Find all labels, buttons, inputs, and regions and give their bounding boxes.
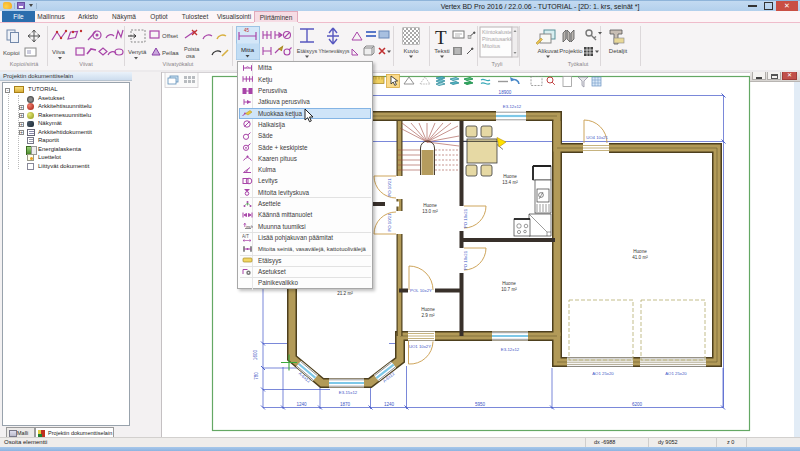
svg-text:Projektio: Projektio [559, 48, 583, 54]
svg-text:Etäisyys: Etäisyys [297, 48, 318, 54]
svg-text:PO 10x21: PO 10x21 [463, 208, 468, 228]
svg-text:Alikuvat: Alikuvat [537, 48, 558, 54]
svg-text:E3-15x12: E3-15x12 [339, 390, 358, 395]
svg-text:E3-12x12: E3-12x12 [503, 104, 522, 109]
svg-text:inch: inch [246, 224, 253, 229]
svg-text:Viivat: Viivat [79, 61, 93, 67]
svg-text:Kopioi: Kopioi [3, 50, 20, 56]
svg-text:21.2 m²: 21.2 m² [337, 291, 353, 296]
svg-text:Työkalut: Työkalut [568, 61, 589, 67]
svg-text:45: 45 [244, 28, 250, 33]
svg-text:780: 780 [254, 372, 259, 380]
svg-text:T: T [435, 27, 447, 48]
svg-text:Kuvio: Kuvio [403, 48, 419, 54]
svg-text:Huone: Huone [423, 203, 437, 208]
svg-text:AO1 25x20: AO1 25x20 [592, 371, 614, 376]
svg-text:UO1 10x2Y: UO1 10x2Y [409, 344, 431, 349]
svg-text:Teksti: Teksti [434, 48, 449, 54]
svg-text:Kopioi/siirtä: Kopioi/siirtä [10, 61, 39, 67]
svg-text:41.0 m²: 41.0 m² [632, 255, 648, 260]
svg-text:Peilaa: Peilaa [162, 50, 179, 56]
svg-text:10.7 m²: 10.7 m² [501, 287, 517, 292]
svg-text:1600: 1600 [253, 349, 258, 360]
svg-text:Mitoitus: Mitoitus [482, 43, 501, 49]
svg-text:Poista: Poista [184, 46, 200, 52]
svg-text:UO4 10x21: UO4 10x21 [586, 135, 608, 140]
svg-text:5950: 5950 [475, 402, 486, 407]
svg-text:Viivatyökalut: Viivatyökalut [163, 61, 194, 67]
svg-text:PO 10x21: PO 10x21 [463, 250, 468, 270]
svg-text:Yhteneväisyys: Yhteneväisyys [319, 49, 351, 54]
svg-text:Piirustusarkki: Piirustusarkki [482, 36, 514, 42]
svg-text:Mitta: Mitta [241, 47, 255, 53]
svg-text:Huone: Huone [503, 174, 517, 179]
svg-text:13.4 m²: 13.4 m² [502, 180, 518, 185]
svg-text:Venytä: Venytä [128, 49, 147, 55]
svg-text:POL 10x2Y: POL 10x2Y [410, 288, 432, 293]
svg-text:osa: osa [186, 53, 196, 59]
svg-text:Offset: Offset [162, 33, 178, 39]
svg-text:E3-12x12: E3-12x12 [501, 347, 520, 352]
svg-text:13.0 m²: 13.0 m² [422, 209, 438, 214]
svg-text:Huone: Huone [633, 249, 647, 254]
svg-text:1870: 1870 [340, 402, 351, 407]
svg-text:18900: 18900 [499, 90, 512, 95]
svg-text:AO1 25x20: AO1 25x20 [665, 371, 687, 376]
svg-text:PO 10/21: PO 10/21 [387, 213, 392, 232]
svg-text:Huone: Huone [421, 307, 435, 312]
svg-text:1240: 1240 [384, 402, 395, 407]
svg-text:2.9 m²: 2.9 m² [421, 313, 434, 318]
svg-text:A/T: A/T [242, 234, 249, 239]
svg-text:Huone: Huone [502, 281, 516, 286]
svg-text:6200: 6200 [632, 402, 643, 407]
svg-text:Detaljit: Detaljit [609, 48, 628, 54]
svg-text:Viiva: Viiva [52, 49, 66, 55]
svg-text:PO 10/21: PO 10/21 [387, 178, 392, 197]
svg-text:Tyyli: Tyyli [492, 61, 503, 67]
svg-text:1240: 1240 [296, 402, 307, 407]
